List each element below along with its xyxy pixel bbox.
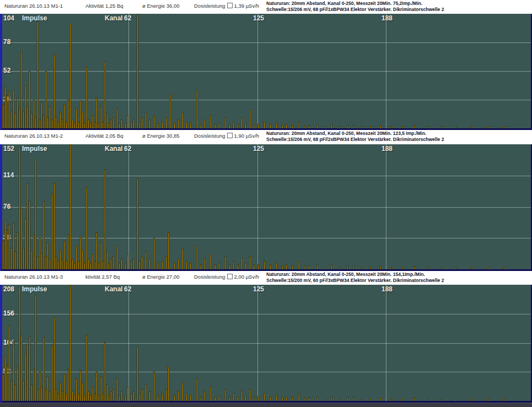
spectrum-bar [380, 266, 381, 269]
spectrum-bar [131, 393, 132, 401]
x-tick-label: 62 [124, 14, 131, 22]
spectrum-bar [347, 265, 348, 269]
spectrum-bar [96, 97, 98, 128]
spectrum-bar [276, 263, 277, 269]
spectrum-bar [78, 122, 79, 128]
spectrum-chart-2: 152114763862125188ImpulseKanal [0, 144, 532, 271]
measurement-panel-1: Natururan 26.10.13 M1-1 Aktivität 1,25 B… [0, 0, 532, 130]
spectrum-bar [298, 122, 300, 128]
spectrum-bar [174, 123, 175, 128]
dose-rate-checkbox[interactable] [227, 133, 233, 138]
gridline-horizontal [2, 207, 531, 208]
activity-value: ktivität 2,57 Bq [85, 274, 120, 280]
energy-value: ø Energie 36,00 [142, 3, 180, 9]
x-tick-label: 125 [253, 145, 264, 153]
dose-rate-checkbox[interactable] [227, 274, 233, 279]
spectrum-bar [264, 393, 265, 401]
spectrum-bar [331, 264, 332, 269]
dose-rate-field: Dosisleistung2,00 µSv/h [194, 274, 259, 280]
dose-rate-checkbox[interactable] [227, 3, 233, 8]
spectrum-bar [353, 125, 354, 128]
gridline-horizontal [2, 71, 531, 72]
spectrum-bar [133, 120, 135, 128]
spectrum-bar [353, 397, 354, 401]
gridline-vertical [128, 285, 129, 401]
spectrum-bar [121, 120, 122, 128]
spectrum-bar [51, 345, 53, 401]
spectrum-bar [249, 110, 251, 128]
spectrum-bar [110, 391, 112, 401]
spectrum-bar [298, 393, 300, 401]
spectrum-bar [282, 125, 283, 128]
spectrum-bar [119, 123, 120, 128]
spectrum-bar [361, 267, 363, 269]
spectrum-bar [196, 378, 198, 401]
note-line-1: Natururan: 20mm Abstand, Kanal 0-250, Me… [266, 1, 444, 7]
spectrum-bar [380, 398, 381, 401]
spectrum-bar [35, 117, 36, 128]
spectrum-bar [41, 102, 42, 128]
spectrum-bar [233, 393, 234, 401]
kanal-axis-label: Kanal [105, 145, 123, 153]
spectrum-bar [20, 208, 22, 269]
spectrum-bar [57, 393, 59, 401]
spectrum-bar [61, 259, 63, 269]
spectrum-bar [190, 263, 191, 269]
spectrum-bar [41, 386, 42, 401]
spectrum-bar [76, 378, 77, 401]
spectrum-bar [112, 389, 114, 401]
spectrum-bar [139, 393, 141, 401]
spectrum-bar [78, 261, 79, 269]
spectrum-bar [276, 123, 277, 128]
spectrum-bar [137, 178, 138, 269]
spectrum-bar [26, 183, 28, 269]
dose-rate-value: 1,39 µSv/h [234, 3, 260, 9]
spectrum-bar [63, 241, 65, 269]
spectrum-bar [49, 259, 51, 269]
spectrum-bar [174, 263, 175, 269]
spectrum-bar [292, 125, 293, 128]
spectrum-bar [108, 123, 110, 128]
gridline-vertical [386, 14, 386, 128]
spectrum-bar [331, 124, 332, 128]
spectrum-bar [2, 104, 4, 128]
spectrum-bar [245, 395, 246, 401]
spectrum-bar [402, 399, 404, 401]
spectrum-bar [298, 261, 300, 269]
spectrum-bar [178, 391, 179, 401]
spectrum-chart-3: 2081561045262125188ImpulseKanal [0, 285, 532, 403]
spectrum-bar [23, 381, 24, 401]
spectrum-bar [414, 125, 416, 128]
spectrum-bar [63, 104, 65, 128]
spectrum-bar [92, 115, 94, 128]
spectrum-bar [441, 126, 443, 128]
spectrum-bar [67, 235, 69, 269]
gridline-horizontal [2, 100, 531, 100]
spectrum-bar [69, 24, 71, 128]
spectrum-bar [116, 108, 118, 128]
spectrum-bar [316, 397, 318, 401]
spectrum-bar [369, 267, 371, 269]
impulse-axis-label: Impulse [22, 145, 47, 153]
spectrum-bar [131, 122, 132, 128]
spectrum-bar [200, 264, 202, 269]
measurement-title: Natururan 26.10.13 M1-3 [4, 274, 63, 280]
spectrum-bar [339, 267, 341, 269]
spectrum-bar [2, 374, 4, 401]
spectrum-bar [471, 267, 473, 269]
y-tick-label: 78 [3, 38, 10, 46]
spectrum-bar [8, 325, 10, 401]
impulse-axis-label: Impulse [22, 285, 47, 293]
spectrum-bar [72, 259, 73, 269]
spectrum-bar [210, 254, 212, 269]
spectrum-bar [49, 391, 51, 401]
x-tick-label: 125 [253, 285, 264, 293]
spectrum-bar [455, 399, 456, 401]
spectrum-bar [108, 263, 110, 269]
spectrum-bar [270, 124, 271, 128]
spectrum-bar [241, 117, 243, 128]
spectrum-bar [149, 391, 151, 401]
spectrum-bar [253, 264, 255, 269]
spectrum-bar [63, 374, 65, 401]
spectrum-bar [204, 120, 206, 128]
